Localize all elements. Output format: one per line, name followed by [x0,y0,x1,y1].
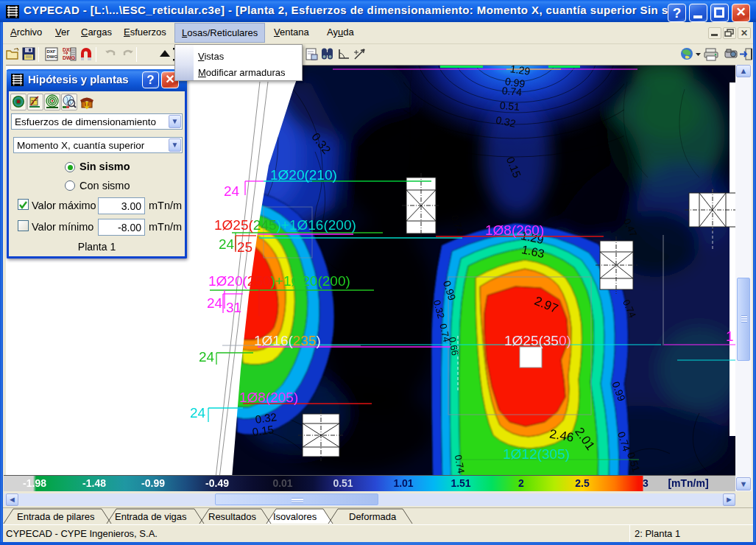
svg-text:0.51: 0.51 [499,99,520,113]
svg-text:24: 24 [199,349,215,365]
svg-text:Deformada: Deformada [349,511,397,522]
svg-text:1Ø16(235): 1Ø16(235) [254,333,321,348]
svg-text:24: 24 [224,183,240,199]
svg-text:1Ø20(210): 1Ø20(210) [270,167,337,183]
svg-text:Entrada de pilares: Entrada de pilares [17,511,95,522]
svg-text:DXF: DXF [47,49,56,54]
svg-text:1Ø8(205): 1Ø8(205) [239,390,298,405]
svg-text:2: 2 [35,96,38,102]
svg-text:1Ø20(250)+1Ø20(200): 1Ø20(250)+1Ø20(200) [208,273,350,289]
svg-text:1: 1 [726,328,734,344]
svg-text:1Ø12(305): 1Ø12(305) [503,446,570,462]
svg-text:25: 25 [237,239,252,255]
svg-text:24: 24 [207,295,223,311]
svg-text:0.74: 0.74 [501,85,523,98]
svg-text:Resultados: Resultados [208,511,257,522]
svg-text:1Ø8(260): 1Ø8(260) [485,222,544,238]
svg-text:24: 24 [219,236,235,252]
svg-text:Entrada de vigas: Entrada de vigas [115,511,187,522]
svg-text:31: 31 [226,300,241,315]
svg-text:DWG: DWG [63,55,76,60]
svg-text:1Ø25(245)+1Ø16(200): 1Ø25(245)+1Ø16(200) [214,217,356,233]
svg-text:1Ø25(350): 1Ø25(350) [504,333,571,348]
svg-text:DWG: DWG [47,54,58,59]
svg-text:24: 24 [190,405,206,421]
svg-text:3: 3 [31,99,34,105]
svg-text:Isovalores: Isovalores [273,511,317,522]
